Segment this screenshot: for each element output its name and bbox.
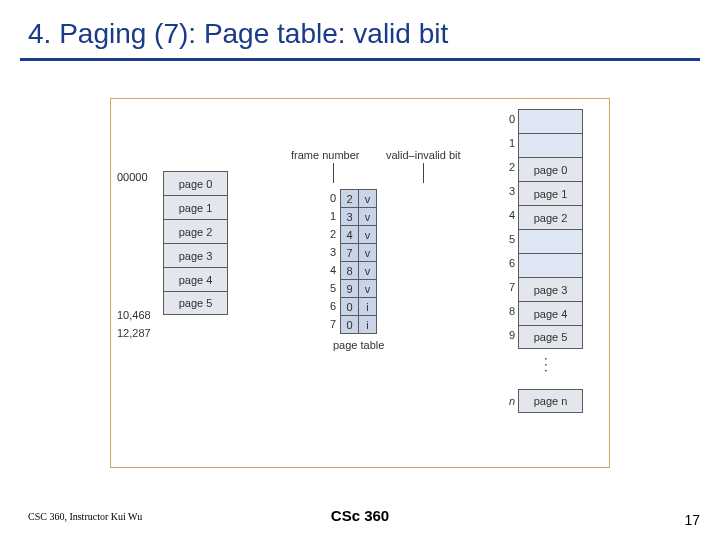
logical-page: page 4 — [163, 267, 228, 291]
phys-index: 1 — [509, 137, 515, 149]
page-table-index-col: 0 1 2 3 4 5 6 7 — [326, 189, 340, 334]
phys-index: 2 — [509, 161, 515, 173]
phys-frame — [518, 109, 583, 133]
phys-frame: page 3 — [518, 277, 583, 301]
phys-frame — [518, 229, 583, 253]
logical-addr-10468: 10,468 — [117, 309, 151, 321]
phys-index: 3 — [509, 185, 515, 197]
pt-frame: 2 — [341, 190, 359, 208]
pt-valid: i — [359, 298, 377, 316]
logical-page: page 1 — [163, 195, 228, 219]
pt-valid: i — [359, 316, 377, 334]
pt-valid: v — [359, 190, 377, 208]
pt-frame: 0 — [341, 298, 359, 316]
logical-page: page 2 — [163, 219, 228, 243]
logical-page: page 5 — [163, 291, 228, 315]
physical-frames: page 0 page 1 page 2 page 3 page 4 page … — [518, 109, 583, 349]
phys-index: 5 — [509, 233, 515, 245]
pt-index: 3 — [326, 243, 340, 261]
pt-index: 5 — [326, 279, 340, 297]
phys-frame: page 1 — [518, 181, 583, 205]
logical-addr-12287: 12,287 — [117, 327, 151, 339]
pt-valid: v — [359, 262, 377, 280]
footer-course: CSc 360 — [0, 507, 720, 524]
phys-index: 4 — [509, 209, 515, 221]
pt-index: 1 — [326, 207, 340, 225]
page-table-grid: 2v 3v 4v 7v 8v 9v 0i 0i — [340, 189, 377, 334]
pt-index: 0 — [326, 189, 340, 207]
logical-pages: page 0 page 1 page 2 page 3 page 4 page … — [163, 171, 228, 315]
phys-frame: page 5 — [518, 325, 583, 349]
label-pointer — [333, 163, 334, 183]
phys-frame: page 0 — [518, 157, 583, 181]
phys-index: 8 — [509, 305, 515, 317]
pt-frame: 8 — [341, 262, 359, 280]
logical-page: page 0 — [163, 171, 228, 195]
page-table: 0 1 2 3 4 5 6 7 2v 3v 4v 7v 8v 9v 0i 0i — [326, 189, 377, 334]
phys-frame: page 2 — [518, 205, 583, 229]
pt-index: 6 — [326, 297, 340, 315]
phys-frame-n: page n — [518, 389, 583, 413]
logical-addr-start: 00000 — [117, 171, 148, 183]
phys-frame: page 4 — [518, 301, 583, 325]
phys-index: 7 — [509, 281, 515, 293]
diagram-frame: 00000 10,468 12,287 page 0 page 1 page 2… — [110, 98, 610, 468]
pt-frame: 4 — [341, 226, 359, 244]
phys-index-n: n — [509, 395, 515, 407]
slide-title: 4. Paging (7): Page table: valid bit — [0, 0, 720, 58]
slide-number: 17 — [684, 512, 700, 528]
page-table-caption: page table — [333, 339, 384, 351]
pt-index: 7 — [326, 315, 340, 333]
paging-diagram: 00000 10,468 12,287 page 0 page 1 page 2… — [111, 99, 609, 467]
label-pointer — [423, 163, 424, 183]
pt-valid: v — [359, 226, 377, 244]
pt-valid: v — [359, 280, 377, 298]
phys-index: 6 — [509, 257, 515, 269]
pt-frame: 3 — [341, 208, 359, 226]
logical-page: page 3 — [163, 243, 228, 267]
phys-index: 0 — [509, 113, 515, 125]
frame-number-label: frame number — [291, 149, 359, 161]
pt-frame: 7 — [341, 244, 359, 262]
pt-valid: v — [359, 208, 377, 226]
pt-valid: v — [359, 244, 377, 262]
phys-frame — [518, 133, 583, 157]
title-underline — [20, 58, 700, 61]
pt-frame: 9 — [341, 280, 359, 298]
pt-frame: 0 — [341, 316, 359, 334]
ellipsis-icon: ··· — [539, 357, 555, 375]
pt-index: 4 — [326, 261, 340, 279]
phys-index: 9 — [509, 329, 515, 341]
phys-frame — [518, 253, 583, 277]
valid-bit-label: valid–invalid bit — [386, 149, 461, 161]
pt-index: 2 — [326, 225, 340, 243]
